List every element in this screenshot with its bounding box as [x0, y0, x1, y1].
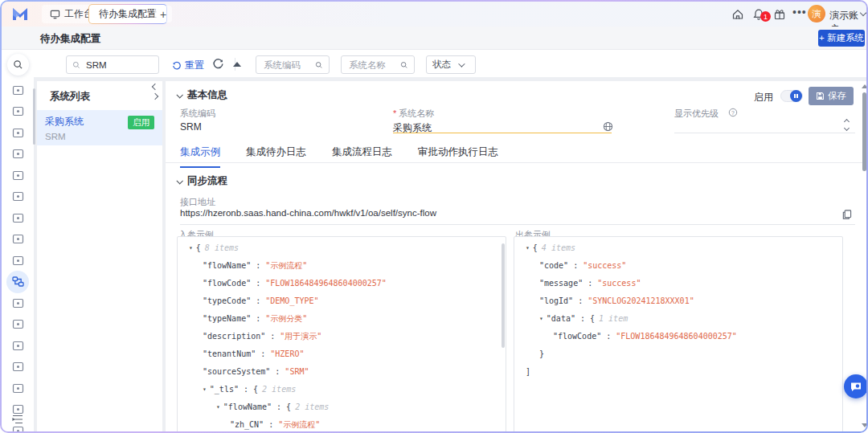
collapse-filter-icon[interactable]: [233, 62, 241, 67]
search-icon: [315, 60, 323, 70]
json-line: ]: [514, 363, 842, 381]
content-scrollbar-thumb[interactable]: [33, 88, 35, 145]
org-chart-icon[interactable]: [11, 148, 24, 161]
system-name-filter-input[interactable]: [347, 59, 396, 71]
detail-tab-0[interactable]: 集成示例: [180, 145, 220, 168]
page-header: 待办集成配置 + 新建系统: [2, 27, 866, 50]
calendar-icon[interactable]: [11, 190, 24, 203]
dashboard-icon[interactable]: [11, 84, 24, 96]
design-icon[interactable]: [11, 233, 24, 246]
refresh-icon[interactable]: [212, 58, 224, 70]
json-line: }: [514, 345, 842, 363]
detail-tab-1[interactable]: 集成待办日志: [246, 145, 306, 168]
copy-icon[interactable]: [841, 209, 852, 220]
app-window: 工作台 待办集成配置 + 1 ••• 演 演示账户 待办集成配置 + 新建系统: [0, 0, 868, 433]
json-line: "flowName" : "示例流程": [178, 257, 506, 275]
avatar[interactable]: 演: [808, 5, 825, 22]
enable-toggle[interactable]: [780, 90, 803, 102]
page-title: 待办集成配置: [40, 32, 100, 46]
service-robot-icon[interactable]: [11, 169, 24, 182]
json-line: "sourceSystem" : "SRM": [178, 363, 506, 381]
more-menu-icon[interactable]: •••: [792, 6, 807, 18]
chevron-down-icon: [458, 60, 465, 67]
json-line: ▾"flowName" : {2 items: [178, 398, 506, 416]
collapse-arrow-icon[interactable]: ▾: [216, 398, 220, 416]
detail-tab-2[interactable]: 集成流程日志: [332, 145, 392, 168]
input-json-viewer[interactable]: ▾{8 items"flowName" : "示例流程""flowCode" :…: [177, 236, 506, 431]
output-json-viewer[interactable]: ▾{4 items"code" : "success""message" : "…: [514, 236, 843, 431]
json-line: ▾"data" : {1 item: [514, 310, 842, 328]
collapse-arrow-icon[interactable]: ▾: [189, 239, 193, 257]
scroll-down-icon[interactable]: [862, 423, 866, 427]
schedule-icon[interactable]: [11, 211, 24, 224]
home-icon[interactable]: [731, 8, 744, 21]
save-label: 保存: [828, 90, 846, 102]
rail-search-icon[interactable]: [7, 54, 29, 76]
import-icon[interactable]: [11, 361, 24, 374]
url-field: https://hzeronb.saas.hand-china.com/hwkf…: [180, 208, 855, 224]
reset-label: 重置: [185, 59, 204, 72]
assistant-chat-button[interactable]: [844, 374, 866, 398]
reset-button[interactable]: 重置: [172, 59, 204, 72]
filter-list-icon[interactable]: [11, 254, 24, 267]
system-list-item[interactable]: 采购系统 启用 SRM: [37, 110, 162, 145]
save-icon: [816, 92, 825, 100]
priority-label: 显示优先级: [674, 108, 719, 120]
json-line: "typeCode" : "DEMO_TYPE": [178, 292, 506, 310]
system-code-filter-input[interactable]: [262, 59, 311, 71]
app-card2-icon[interactable]: [11, 424, 24, 431]
form-icon[interactable]: [11, 318, 24, 331]
filter-bar: 重置 状态: [34, 50, 866, 80]
integration-flow-icon[interactable]: [11, 276, 24, 288]
basic-info-section-header[interactable]: 基本信息: [177, 88, 227, 102]
app-card-icon[interactable]: [11, 403, 24, 416]
json-line: "logId" : "SYNCLOG20241218XXX01": [514, 292, 842, 310]
chevron-down-icon: [176, 92, 182, 98]
app-logo-icon: [11, 6, 29, 22]
main-scrollbar-thumb[interactable]: [862, 92, 866, 171]
collapse-arrow-icon[interactable]: ▾: [526, 239, 530, 257]
json-line: "zh_CN" : "示例流程": [178, 416, 506, 431]
gift-icon[interactable]: [773, 8, 786, 21]
card-icon[interactable]: [11, 126, 24, 139]
status-filter-select[interactable]: 状态: [426, 55, 476, 74]
chat-icon: [850, 380, 862, 393]
sync-flow-section-header[interactable]: 同步流程: [177, 174, 227, 188]
json-line: "flowCode" : "FLOW1864849648604000257": [514, 328, 842, 345]
system-name-label: *系统名称: [393, 108, 434, 120]
image-icon[interactable]: [11, 339, 24, 352]
system-code-filter: [256, 55, 330, 74]
status-badge: 启用: [128, 116, 154, 129]
panel-collapse-handle[interactable]: [153, 84, 158, 99]
save-button[interactable]: 保存: [809, 87, 854, 105]
globe-multilang-icon[interactable]: [603, 121, 613, 132]
scroll-up-icon[interactable]: [862, 84, 866, 88]
media-icon[interactable]: [11, 296, 24, 309]
step-down-icon: [844, 125, 850, 131]
help-icon[interactable]: ?: [728, 108, 738, 117]
detail-tabs: 集成示例集成待办日志集成流程日志审批动作执行日志: [180, 145, 498, 168]
search-input[interactable]: [84, 59, 153, 71]
collapse-arrow-icon[interactable]: ▾: [539, 310, 543, 328]
panel-icon[interactable]: [11, 105, 24, 118]
collapse-arrow-icon[interactable]: ▾: [203, 381, 207, 398]
module-rail: [2, 50, 34, 431]
required-asterisk: *: [393, 108, 396, 118]
workflow-icon[interactable]: [11, 382, 24, 394]
system-name-underline: [393, 133, 612, 133]
chevron-right-icon: [152, 93, 158, 100]
sync-flow-title: 同步流程: [187, 175, 227, 186]
new-system-button[interactable]: + 新建系统: [818, 30, 865, 47]
svg-text:?: ?: [731, 110, 735, 116]
detail-tab-3[interactable]: 审批动作执行日志: [418, 145, 498, 168]
json-line: ▾{4 items: [514, 239, 842, 257]
system-list-panel: 系统列表 采购系统 启用 SRM: [37, 81, 162, 431]
status-filter-label: 状态: [432, 59, 451, 71]
search-icon: [72, 60, 80, 70]
tabs-divider: [166, 162, 866, 163]
priority-stepper[interactable]: [845, 120, 849, 130]
url-underline: [180, 224, 855, 225]
enable-toggle-label: 启用: [754, 91, 773, 104]
new-tab-button[interactable]: +: [154, 6, 172, 22]
url-value[interactable]: https://hzeronb.saas.hand-china.com/hwkf…: [180, 208, 436, 218]
